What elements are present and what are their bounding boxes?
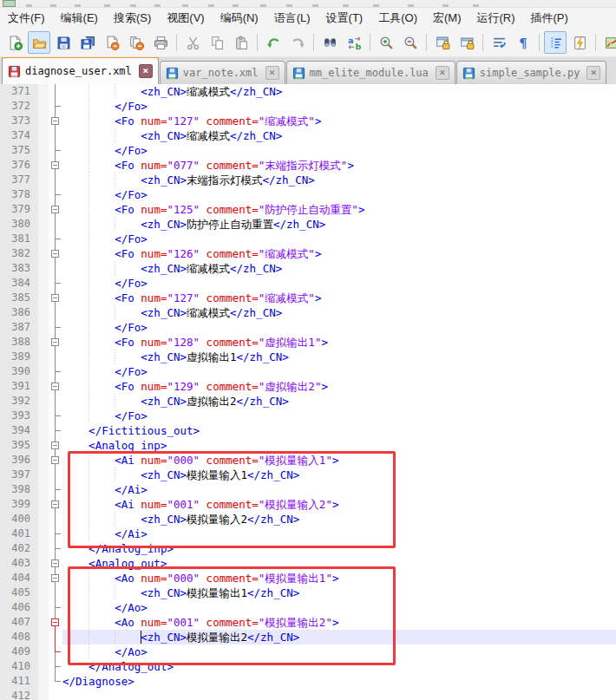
- fold-collapse-icon[interactable]: [51, 500, 59, 508]
- code-text[interactable]: </Fo>: [62, 364, 616, 379]
- fold-margin[interactable]: [49, 615, 62, 630]
- menu-item-encoding[interactable]: 编码(N): [213, 8, 266, 29]
- editor-line-389[interactable]: 389 <zh_CN>虚拟输出1</zh_CN>: [0, 350, 616, 364]
- fold-margin[interactable]: [49, 527, 62, 541]
- editor-line-375[interactable]: 375 </Fo>: [0, 143, 616, 158]
- code-text[interactable]: <Ao num="001" comment="模拟量输出2">: [62, 615, 616, 630]
- fold-collapse-icon[interactable]: [51, 338, 59, 346]
- bookmark-margin[interactable]: [38, 541, 49, 556]
- bookmark-margin[interactable]: [38, 187, 49, 202]
- code-text[interactable]: <zh_CN>缩减模式</zh_CN>: [62, 261, 616, 276]
- fold-collapse-icon[interactable]: [51, 618, 59, 626]
- editor-line-398[interactable]: 398 </Ai>: [0, 482, 616, 497]
- close-doc-icon[interactable]: [101, 31, 123, 54]
- editor-line-411[interactable]: 411</Diagnose>: [0, 674, 616, 689]
- fold-margin[interactable]: [49, 541, 62, 556]
- close-all-icon[interactable]: [125, 31, 147, 54]
- tab-var_note-xml[interactable]: var_note.xml×: [160, 61, 285, 84]
- editor-line-377[interactable]: 377 <zh_CN>末端指示灯模式</zh_CN>: [0, 173, 616, 187]
- code-text[interactable]: <Fo num="125" comment="防护停止自动重置">: [62, 202, 616, 217]
- code-text[interactable]: <zh_CN>缩减模式</zh_CN>: [62, 305, 616, 320]
- fold-margin[interactable]: [49, 84, 62, 99]
- save-icon[interactable]: [52, 31, 75, 54]
- code-text[interactable]: </Ai>: [62, 482, 616, 497]
- fold-margin[interactable]: [49, 202, 62, 217]
- bookmark-margin[interactable]: [38, 644, 49, 659]
- fold-margin[interactable]: [49, 482, 62, 497]
- tab-close-icon[interactable]: ×: [587, 66, 600, 80]
- code-text[interactable]: <zh_CN>末端指示灯模式</zh_CN>: [62, 173, 616, 187]
- fold-margin[interactable]: [49, 276, 62, 291]
- editor-line-372[interactable]: 372 </Fo>: [0, 99, 616, 114]
- print-icon[interactable]: [149, 31, 172, 54]
- fold-collapse-icon[interactable]: [51, 294, 59, 302]
- code-text[interactable]: </Fo>: [62, 276, 616, 291]
- editor-line-405[interactable]: 405 <zh_CN>模拟量输出1</zh_CN>: [0, 586, 616, 600]
- menu-item-edit[interactable]: 编辑(E): [53, 8, 106, 29]
- menu-item-search[interactable]: 搜索(S): [106, 8, 159, 29]
- bookmark-margin[interactable]: [38, 674, 49, 689]
- editor-line-371[interactable]: 371 <zh_CN>缩减模式</zh_CN>: [0, 84, 616, 99]
- bookmark-margin[interactable]: [38, 586, 49, 600]
- editor-line-404[interactable]: 404 <Ao num="000" comment="模拟量输出1">: [0, 571, 616, 586]
- code-text[interactable]: <zh_CN>模拟量输入2</zh_CN>: [62, 512, 616, 527]
- bookmark-margin[interactable]: [38, 497, 49, 512]
- editor-line-373[interactable]: 373 <Fo num="127" comment="缩减模式">: [0, 114, 616, 128]
- fold-collapse-icon[interactable]: [51, 250, 59, 258]
- bookmark-margin[interactable]: [38, 527, 49, 541]
- bookmark-margin[interactable]: [38, 659, 49, 674]
- fold-margin[interactable]: [49, 423, 62, 438]
- code-text[interactable]: <zh_CN>模拟量输入1</zh_CN>: [62, 468, 616, 482]
- sync-v-scroll-icon[interactable]: [431, 31, 454, 54]
- code-text[interactable]: <Fo num="126" comment="缩减模式">: [62, 246, 616, 261]
- fold-margin[interactable]: [49, 217, 62, 232]
- editor-line-378[interactable]: 378 </Fo>: [0, 187, 616, 202]
- menu-item-tools[interactable]: 工具(O): [370, 8, 425, 29]
- editor-line-399[interactable]: 399 <Ai num="001" comment="模拟量输入2">: [0, 497, 616, 512]
- find-icon[interactable]: [318, 31, 341, 54]
- editor-line-393[interactable]: 393 </Fo>: [0, 409, 616, 423]
- fold-margin[interactable]: [49, 644, 62, 659]
- editor-line-379[interactable]: 379 <Fo num="125" comment="防护停止自动重置">: [0, 202, 616, 217]
- fold-margin[interactable]: [49, 556, 62, 571]
- editor-line-395[interactable]: 395 <Analog_inp>: [0, 438, 616, 453]
- code-text[interactable]: <Fo num="127" comment="缩减模式">: [62, 114, 616, 128]
- menu-item-macro[interactable]: 宏(M): [425, 8, 469, 29]
- code-text[interactable]: </Fo>: [62, 99, 616, 114]
- fold-margin[interactable]: [49, 512, 62, 527]
- editor-line-408[interactable]: 408 <zh_CN>模拟量输出2</zh_CN>: [0, 630, 616, 644]
- bookmark-margin[interactable]: [38, 320, 49, 335]
- fold-collapse-icon[interactable]: [51, 117, 59, 125]
- copy-icon[interactable]: [206, 31, 228, 54]
- bookmark-margin[interactable]: [38, 556, 49, 571]
- code-text[interactable]: <Ai num="000" comment="模拟量输入1">: [62, 453, 616, 468]
- undo-icon[interactable]: [262, 31, 285, 54]
- tab-diagnose_user-xml[interactable]: diagnose_user.xml×: [2, 57, 159, 84]
- fold-margin[interactable]: [49, 674, 62, 689]
- code-text[interactable]: <zh_CN>虚拟输出1</zh_CN>: [62, 350, 616, 364]
- fold-margin[interactable]: [49, 379, 62, 394]
- sync-h-scroll-icon[interactable]: [455, 31, 478, 54]
- fold-margin[interactable]: [49, 394, 62, 409]
- editor-line-397[interactable]: 397 <zh_CN>模拟量输入1</zh_CN>: [0, 468, 616, 482]
- code-text[interactable]: <Analog_out>: [62, 556, 616, 571]
- code-text[interactable]: </Ao>: [62, 644, 616, 659]
- word-wrap-icon[interactable]: [488, 31, 510, 54]
- replace-icon[interactable]: ab: [343, 31, 365, 54]
- bookmark-margin[interactable]: [38, 482, 49, 497]
- fold-margin[interactable]: [49, 659, 62, 674]
- fold-margin[interactable]: [49, 232, 62, 246]
- menu-item-plugins[interactable]: 插件(P): [523, 8, 576, 29]
- bookmark-margin[interactable]: [38, 364, 49, 379]
- code-text[interactable]: </Fo>: [62, 187, 616, 202]
- code-text[interactable]: <Fo num="128" comment="虚拟输出1">: [62, 335, 616, 350]
- fold-margin[interactable]: [49, 453, 62, 468]
- bookmark-margin[interactable]: [38, 438, 49, 453]
- fold-margin[interactable]: [49, 305, 62, 320]
- redo-icon[interactable]: [286, 31, 309, 54]
- fold-margin[interactable]: [49, 99, 62, 114]
- new-file-icon[interactable]: [3, 31, 26, 54]
- fold-margin[interactable]: [49, 320, 62, 335]
- bookmark-margin[interactable]: [38, 571, 49, 586]
- show-all-chars-icon[interactable]: ¶: [512, 31, 534, 54]
